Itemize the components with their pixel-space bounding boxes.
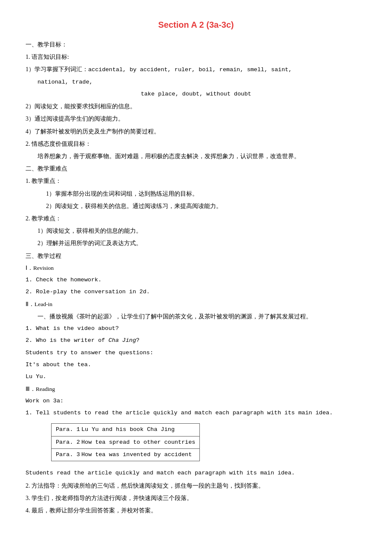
key-header: 1. 教学重点： <box>26 176 366 186</box>
para-content-1: Lu Yu and his book Cha Jing <box>81 425 175 435</box>
leadin-students: Students try to answer the questions: <box>26 348 366 358</box>
para-row-2: Para. 2 How tea spread to other countrie… <box>52 436 199 449</box>
diff-2: 2）理解并运用所学的词汇及表达方式。 <box>37 238 366 249</box>
leadin-ans2: Lu Yu. <box>26 372 366 382</box>
key-1: 1）掌握本部分出现的生词和词组，达到熟练运用的目标。 <box>46 188 366 199</box>
para-label-3: Para. 3 <box>56 450 81 460</box>
reading-instruction: 1. Tell students to read the article qui… <box>26 408 366 418</box>
reading-header: Ⅲ．Reading <box>26 384 366 394</box>
lang-goal-1-prefix: 1）学习掌握下列词汇： <box>26 66 88 72</box>
teaching-goals-header: 一、教学目标： <box>26 39 366 50</box>
reading-note: Students read the article quickly and ma… <box>26 468 366 478</box>
lang-goal-2: 2）阅读短文，能按要求找到相应的信息。 <box>26 101 366 112</box>
lang-goal-1-words2: national, trade, <box>37 77 366 87</box>
lang-goal-1-words: accidental, by accident, ruler, boil, re… <box>88 66 292 73</box>
revision-1: 1. Check the homework. <box>26 275 366 285</box>
lang-goal-1-words3: take place, doubt, without doubt <box>26 89 366 99</box>
leadin-q2: 2. Who is the writer of Cha Jing? <box>26 335 366 346</box>
emotion-goal-header: 2. 情感态度价值观目标： <box>26 139 366 149</box>
lang-goal-1: 1）学习掌握下列词汇：accidental, by accident, rule… <box>26 64 366 75</box>
revision-2: 2. Role-play the conversation in 2d. <box>26 287 366 297</box>
para-label-2: Para. 2 <box>56 437 81 448</box>
lang-goal-header: 1. 语言知识目标: <box>26 52 366 62</box>
leadin-q1: 1. What is the video about? <box>26 324 366 334</box>
lang-goal-3: 3）通过阅读提高学生们的阅读能力。 <box>26 113 366 124</box>
para-table: Para. 1 Lu Yu and his book Cha Jing Para… <box>51 423 200 461</box>
leadin-q2-italic: Cha Jing <box>108 337 136 344</box>
teaching-key-header: 二、教学重难点 <box>26 163 366 174</box>
lang-goal-4: 4）了解茶叶被发明的历史及生产制作的简要过程。 <box>26 126 366 137</box>
leadin-q2-prefix: 2. Who is the writer of <box>26 337 108 344</box>
para-content-2: How tea spread to other countries <box>81 437 195 448</box>
leadin-header: Ⅱ．Lead-in <box>26 299 366 309</box>
diff-1: 1）阅读短文，获得相关的信息的能力。 <box>37 225 366 236</box>
leadin-desc: 一、播放视频《茶叶的起源》，让学生们了解中国的茶文化，及茶叶被发明的渊源，并了解… <box>26 311 366 322</box>
diff-header: 2. 教学难点： <box>26 213 366 224</box>
method-3: 3. 学生们，按老师指导的方法进行阅读，并快速阅读三个段落。 <box>26 493 366 503</box>
method-2: 2. 方法指导：先阅读所给的三句话，然后快速阅读短文，抓住每一段的主题句，找到答… <box>26 480 366 491</box>
revision-header: Ⅰ．Revision <box>26 263 366 273</box>
page-title: Section A 2 (3a-3c) <box>26 17 366 32</box>
para-row-3: Para. 3 How tea was invented by accident <box>52 449 199 461</box>
work-3a: Work on 3a: <box>26 396 366 406</box>
para-content-3: How tea was invented by accident <box>81 450 192 460</box>
emotion-goal-text: 培养想象力，善于观察事物。面对难题，用积极的态度去解决，发挥想象力，认识世界，改… <box>37 151 366 162</box>
leadin-q2-suffix: ? <box>136 337 139 344</box>
leadin-ans1: It's about the tea. <box>26 360 366 370</box>
process-header: 三、教学过程 <box>26 251 366 261</box>
para-label-1: Para. 1 <box>56 425 81 435</box>
key-2: 2）阅读短文，获得相关的信息。通过阅读练习，来提高阅读能力。 <box>46 201 366 211</box>
para-row-1: Para. 1 Lu Yu and his book Cha Jing <box>52 424 199 436</box>
method-4: 4. 最后，教师让部分学生回答答案，并校对答案。 <box>26 505 366 516</box>
